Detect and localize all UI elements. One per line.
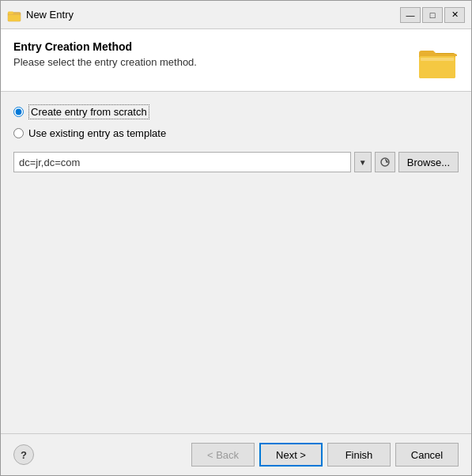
header-text: Entry Creation Method Please select the …: [13, 40, 417, 68]
close-button[interactable]: ✕: [444, 7, 465, 23]
maximize-button[interactable]: □: [422, 7, 443, 23]
window-title: New Entry: [26, 9, 400, 21]
radio-group: Create entry from scratch Use existing e…: [13, 103, 459, 172]
header-section: Entry Creation Method Please select the …: [1, 29, 471, 92]
help-button[interactable]: ?: [13, 444, 34, 465]
svg-rect-2: [8, 15, 21, 21]
cancel-button[interactable]: Cancel: [395, 443, 459, 467]
footer-buttons: < Back Next > Finish Cancel: [191, 443, 459, 467]
footer: ? < Back Next > Finish Cancel: [1, 434, 471, 475]
window-controls: — □ ✕: [400, 7, 465, 23]
template-input[interactable]: [13, 152, 351, 172]
content-area: Create entry from scratch Use existing e…: [1, 92, 471, 434]
use-existing-template-option[interactable]: Use existing entry as template: [13, 126, 459, 141]
folder-icon: [417, 40, 459, 81]
back-button[interactable]: < Back: [191, 443, 255, 467]
template-icon-button[interactable]: [375, 152, 395, 172]
svg-rect-3: [8, 11, 13, 13]
template-dropdown-button[interactable]: ▼: [354, 152, 372, 172]
title-bar-icon: [7, 8, 21, 22]
use-existing-template-label: Use existing entry as template: [28, 127, 166, 139]
template-row: ▼ Browse...: [13, 152, 459, 172]
finish-button[interactable]: Finish: [327, 443, 391, 467]
next-button[interactable]: Next >: [259, 443, 323, 467]
create-from-scratch-label: Create entry from scratch: [28, 104, 149, 119]
use-existing-template-radio[interactable]: [13, 128, 24, 138]
create-from-scratch-option[interactable]: Create entry from scratch: [13, 103, 459, 121]
header-subtitle: Please select the entry creation method.: [13, 56, 417, 68]
search-refresh-icon: [379, 157, 391, 168]
svg-rect-6: [421, 58, 454, 61]
title-bar: New Entry — □ ✕: [1, 1, 471, 29]
main-window: New Entry — □ ✕ Entry Creation Method Pl…: [0, 0, 472, 476]
minimize-button[interactable]: —: [400, 7, 421, 23]
create-from-scratch-radio[interactable]: [13, 107, 24, 117]
browse-button[interactable]: Browse...: [398, 152, 459, 172]
header-title: Entry Creation Method: [13, 40, 417, 53]
